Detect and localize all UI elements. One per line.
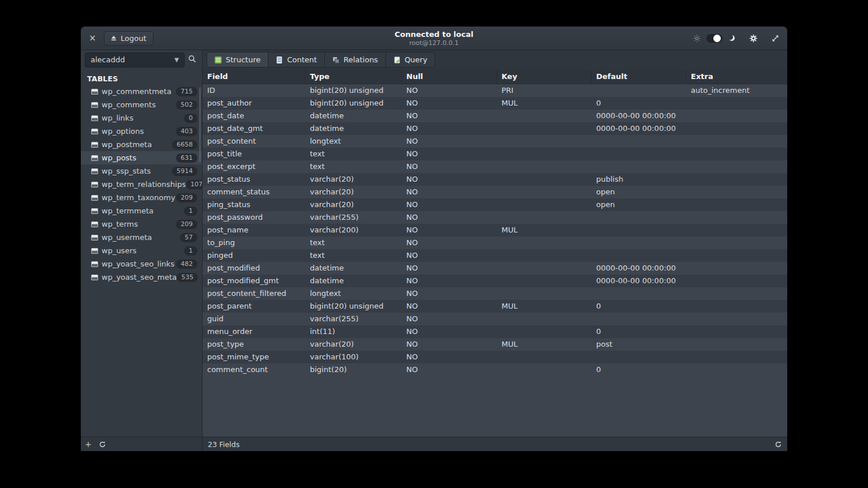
column-header-type[interactable]: Type [305,69,402,84]
add-table-button[interactable]: + [85,440,92,448]
cell-type: varchar(200) [305,224,402,237]
field-row-post_date[interactable]: post_date datetime NO 0000-00-00 00:00:0… [203,110,787,122]
field-row-post_modified_gmt[interactable]: post_modified_gmt datetime NO 0000-00-00… [203,275,787,287]
close-window-button[interactable]: × [89,34,99,43]
cell-null: NO [402,84,497,97]
tab-structure[interactable]: Structure [207,52,268,67]
table-icon [91,182,98,187]
search-tables-button[interactable] [185,52,200,67]
sidebar-item-wp_users[interactable]: wp_users 1 [81,244,202,257]
cell-field: post_modified [203,262,305,275]
cell-type: longtext [305,287,402,300]
logout-button[interactable]: Logout [104,31,154,46]
field-row-comment_status[interactable]: comment_status varchar(20) NO open [203,186,787,198]
cell-key: MUL [497,97,592,110]
search-icon [188,54,196,65]
table-icon [91,168,98,174]
sidebar-item-wp_term_taxonomy[interactable]: wp_term_taxonomy 209 [81,191,202,204]
sidebar-item-wp_ssp_stats[interactable]: wp_ssp_stats 5914 [81,164,202,178]
tab-relations[interactable]: Relations [325,52,386,67]
field-row-guid[interactable]: guid varchar(255) NO [203,313,787,325]
tab-query[interactable]: Query [386,52,435,67]
field-row-post_excerpt[interactable]: post_excerpt text NO [203,160,787,173]
cell-null: NO [402,122,497,135]
table-name: wp_comments [102,100,156,109]
field-row-ping_status[interactable]: ping_status varchar(20) NO open [203,198,787,211]
query-icon [394,57,401,63]
theme-toggle-knob[interactable] [713,35,721,42]
table-icon [91,155,98,161]
theme-toggle[interactable] [706,34,723,43]
row-count-badge: 403 [176,127,197,136]
sidebar-scrollbar[interactable] [199,87,201,162]
cell-null: NO [402,313,497,325]
refresh-structure-button[interactable] [775,441,782,448]
cell-null: NO [402,148,497,160]
row-count-badge: 535 [177,273,198,282]
sidebar-item-wp_options[interactable]: wp_options 403 [81,125,202,138]
field-row-post_type[interactable]: post_type varchar(20) NO MUL post [203,338,787,351]
cell-null: NO [402,325,497,338]
table-icon [91,222,98,227]
field-row-post_date_gmt[interactable]: post_date_gmt datetime NO 0000-00-00 00:… [203,122,787,135]
logout-label: Logout [121,34,147,43]
sidebar-item-wp_yoast_seo_links[interactable]: wp_yoast_seo_links 482 [81,257,202,271]
sidebar-item-wp_termmeta[interactable]: wp_termmeta 1 [81,204,202,217]
column-header-extra[interactable]: Extra [686,69,787,84]
field-row-post_content[interactable]: post_content longtext NO [203,135,787,148]
column-header-key[interactable]: Key [497,69,592,84]
field-row-ID[interactable]: ID bigint(20) unsigned NO PRI auto_incre… [203,84,787,97]
field-row-pinged[interactable]: pinged text NO [203,249,787,262]
table-icon [91,235,98,241]
cell-type: varchar(20) [305,186,402,198]
sidebar-item-wp_posts[interactable]: wp_posts 631 [81,151,202,164]
field-row-post_author[interactable]: post_author bigint(20) unsigned NO MUL 0 [203,97,787,110]
reload-tables-button[interactable] [99,441,106,448]
sidebar-item-wp_terms[interactable]: wp_terms 209 [81,217,202,231]
field-row-post_title[interactable]: post_title text NO [203,148,787,160]
field-row-post_mime_type[interactable]: post_mime_type varchar(100) NO [203,351,787,363]
gear-icon[interactable] [749,34,758,43]
tab-label: Structure [226,55,260,64]
cell-default: 0000-00-00 00:00:00 [592,262,686,275]
cell-default: open [592,186,686,198]
sidebar-item-wp_comments[interactable]: wp_comments 502 [81,98,202,111]
database-dropdown[interactable]: alecaddd ▼ [85,52,185,67]
field-row-post_name[interactable]: post_name varchar(200) NO MUL [203,224,787,237]
sidebar-item-wp_term_relationships[interactable]: wp_term_relationships 1075 [81,178,202,191]
table-name: wp_commentmeta [102,87,171,96]
table-name: wp_terms [102,220,138,228]
cell-type: datetime [305,110,402,122]
sidebar-item-wp_links[interactable]: wp_links 0 [81,111,202,125]
field-row-post_content_filtered[interactable]: post_content_filtered longtext NO [203,287,787,300]
field-row-post_parent[interactable]: post_parent bigint(20) unsigned NO MUL 0 [203,300,787,313]
sidebar-item-wp_commentmeta[interactable]: wp_commentmeta 715 [81,85,202,98]
sidebar-item-wp_yoast_seo_meta[interactable]: wp_yoast_seo_meta 535 [81,271,202,284]
column-header-null[interactable]: Null [402,69,497,84]
field-row-post_modified[interactable]: post_modified datetime NO 0000-00-00 00:… [203,262,787,275]
field-row-post_status[interactable]: post_status varchar(20) NO publish [203,173,787,186]
fullscreen-icon[interactable] [772,35,779,42]
database-dropdown-value: alecaddd [91,55,125,64]
table-name: wp_users [102,246,137,255]
cell-type: longtext [305,135,402,148]
cell-field: post_excerpt [203,160,305,173]
field-row-post_password[interactable]: post_password varchar(255) NO [203,211,787,224]
table-icon [91,248,98,254]
cell-default: 0000-00-00 00:00:00 [592,275,686,287]
table-name: wp_yoast_seo_meta [102,273,177,281]
field-row-menu_order[interactable]: menu_order int(11) NO 0 [203,325,787,338]
sidebar-item-wp_usermeta[interactable]: wp_usermeta 57 [81,231,202,244]
row-count-badge: 5914 [172,167,197,176]
cell-type: datetime [305,122,402,135]
field-row-comment_count[interactable]: comment_count bigint(20) NO 0 [203,363,787,376]
sidebar-item-wp_postmeta[interactable]: wp_postmeta 6658 [81,138,202,151]
column-header-field[interactable]: Field [203,69,305,84]
row-count-badge: 1075 [186,180,202,189]
cell-type: text [305,148,402,160]
column-header-default[interactable]: Default [592,69,686,84]
field-row-to_ping[interactable]: to_ping text NO [203,237,787,249]
tab-content[interactable]: Content [268,52,325,67]
tabs-row: Structure Content Relations Query [203,50,787,69]
row-count-badge: 715 [176,87,197,96]
